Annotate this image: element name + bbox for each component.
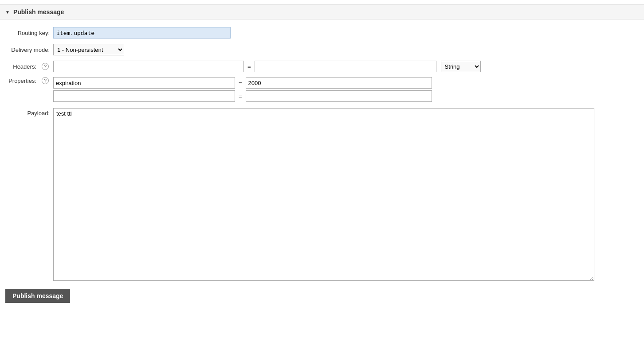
form-area: Routing key: Delivery mode: 1 - Non-pers…: [0, 19, 644, 310]
property-value-input-1[interactable]: [246, 77, 432, 89]
headers-help-icon[interactable]: ?: [42, 63, 49, 70]
routing-key-input[interactable]: [53, 27, 231, 39]
prop-equals-2: =: [239, 93, 242, 100]
section-title: Publish message: [13, 8, 64, 16]
headers-label-group: Headers: ?: [0, 63, 53, 70]
headers-value-input[interactable]: [255, 61, 436, 72]
publish-button-row: Publish message: [0, 285, 644, 303]
properties-label: Properties:: [8, 78, 40, 84]
headers-label: Headers:: [13, 63, 40, 70]
prop-equals-1: =: [239, 80, 242, 86]
property-value-input-2[interactable]: [246, 90, 432, 102]
routing-key-row: Routing key:: [0, 27, 644, 39]
publish-message-button[interactable]: Publish message: [5, 289, 70, 303]
routing-key-label: Routing key:: [0, 30, 53, 36]
properties-fields-group: = =: [53, 77, 432, 104]
delivery-mode-row: Delivery mode: 1 - Non-persistent 2 - Pe…: [0, 43, 644, 56]
properties-label-group: Properties: ?: [0, 77, 53, 84]
headers-row: Headers: ? = String Boolean Number List …: [0, 60, 644, 73]
property-row-1: =: [53, 77, 432, 89]
section-header[interactable]: ▼ Publish message: [0, 4, 644, 19]
properties-help-icon[interactable]: ?: [42, 77, 49, 84]
payload-label: Payload:: [0, 108, 53, 116]
collapse-icon: ▼: [5, 10, 10, 15]
properties-row: Properties: ? = =: [0, 77, 644, 104]
page-container: ▼ Publish message Routing key: Delivery …: [0, 0, 644, 314]
headers-equals: =: [247, 63, 251, 70]
delivery-mode-label: Delivery mode:: [0, 47, 53, 53]
property-key-input-1[interactable]: [53, 77, 235, 89]
property-key-input-2[interactable]: [53, 90, 235, 102]
headers-key-input[interactable]: [53, 61, 244, 72]
headers-type-select[interactable]: String Boolean Number List Object: [441, 61, 481, 72]
payload-row: Payload: test ttl: [0, 108, 644, 281]
payload-textarea[interactable]: test ttl: [53, 108, 594, 281]
delivery-mode-select[interactable]: 1 - Non-persistent 2 - Persistent: [53, 44, 124, 55]
property-row-2: =: [53, 90, 432, 102]
